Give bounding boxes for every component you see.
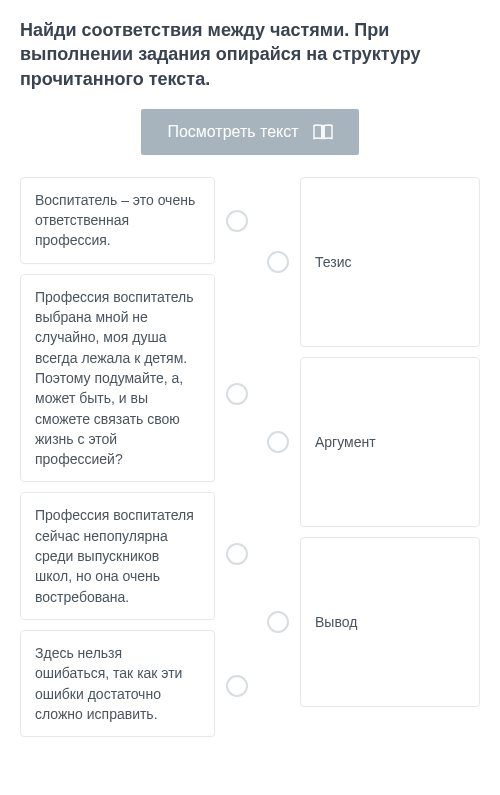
right-card[interactable]: Аргумент: [300, 357, 480, 527]
right-card-text: Аргумент: [315, 432, 376, 452]
task-title: Найди соответствия между частями. При вы…: [20, 18, 480, 91]
left-card-text: Воспитатель – это очень ответственная пр…: [35, 192, 195, 249]
right-card-text: Тезис: [315, 252, 351, 272]
right-card[interactable]: Вывод: [300, 537, 480, 707]
left-card-text: Профессия воспитатель выбрана мной не сл…: [35, 289, 193, 467]
right-card[interactable]: Тезис: [300, 177, 480, 347]
view-text-button[interactable]: Посмотреть текст: [141, 109, 358, 155]
view-text-label: Посмотреть текст: [167, 123, 298, 141]
connector-right[interactable]: [267, 251, 289, 273]
matching-area: Воспитатель – это очень ответственная пр…: [20, 177, 480, 737]
left-card[interactable]: Профессия воспитатель выбрана мной не сл…: [20, 274, 215, 483]
left-card-text: Здесь нельзя ошибаться, так как эти ошиб…: [35, 645, 182, 722]
connector-right[interactable]: [267, 431, 289, 453]
left-card[interactable]: Здесь нельзя ошибаться, так как эти ошиб…: [20, 630, 215, 737]
left-column: Воспитатель – это очень ответственная пр…: [20, 177, 215, 737]
left-card[interactable]: Воспитатель – это очень ответственная пр…: [20, 177, 215, 264]
book-icon: [313, 124, 333, 140]
right-card-text: Вывод: [315, 612, 357, 632]
right-column: Тезис Аргумент Вывод: [300, 177, 480, 737]
connector-right[interactable]: [267, 611, 289, 633]
left-card-text: Профессия воспитателя сейчас непопулярна…: [35, 507, 194, 604]
left-card[interactable]: Профессия воспитателя сейчас непопулярна…: [20, 492, 215, 619]
